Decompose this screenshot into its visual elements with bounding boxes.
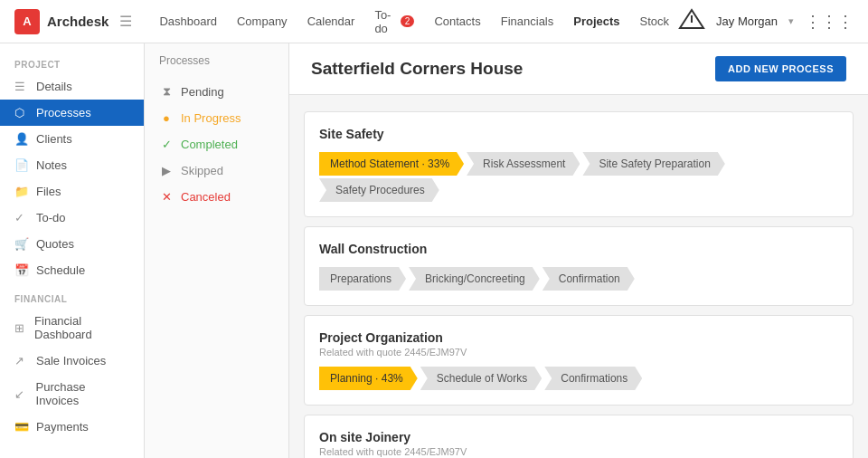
page-title: Satterfield Corners House xyxy=(311,59,523,79)
clients-icon: 👤 xyxy=(14,132,29,146)
nav-links: Dashboard Company Calendar To-do 2 Conta… xyxy=(150,3,678,41)
step-risk-assessment[interactable]: Risk Assessment xyxy=(467,152,580,176)
todo-badge: 2 xyxy=(401,15,415,27)
nav-link-projects[interactable]: Projects xyxy=(564,9,628,33)
step-planning[interactable]: Planning · 43% xyxy=(319,367,418,390)
sale-invoices-icon: ↗ xyxy=(14,354,29,367)
sidebar-item-clients[interactable]: 👤 Clients xyxy=(0,126,144,152)
section-title-site-safety: Site Safety xyxy=(319,127,838,141)
step-bricking[interactable]: Bricking/Concreeting xyxy=(409,267,540,291)
quotes-icon: 🛒 xyxy=(14,237,29,251)
sidebar-item-processes[interactable]: ⬡ Processes xyxy=(0,100,144,126)
skipped-icon: ▶ xyxy=(159,164,174,177)
step-safety-procedures[interactable]: Safety Procedures xyxy=(319,178,439,202)
sidebar-item-sale-invoices[interactable]: ↗ Sale Invoices xyxy=(0,348,144,374)
nav-link-contacts[interactable]: Contacts xyxy=(425,9,489,33)
app-name: Archdesk xyxy=(47,14,108,29)
section-onsite-joinery: On site Joinery Related with quote 2445/… xyxy=(304,415,854,458)
notes-icon: 📄 xyxy=(14,158,29,172)
sidebar-item-details[interactable]: ☰ Details xyxy=(0,73,144,100)
section-title-project-org: Project Organization xyxy=(319,330,838,345)
content-area: Satterfield Corners House ADD NEW PROCES… xyxy=(289,43,868,458)
filter-pending[interactable]: ⧗ Pending xyxy=(145,78,288,105)
pending-icon: ⧗ xyxy=(159,84,174,99)
nav-link-stock[interactable]: Stock xyxy=(631,9,679,33)
sidebar-item-financial-dashboard[interactable]: ⊞ Financial Dashboard xyxy=(0,308,144,348)
section-quote-project-org: Related with quote 2445/EJM97V xyxy=(319,347,838,358)
nav-link-calendar[interactable]: Calendar xyxy=(298,9,364,33)
sidebar-item-schedule[interactable]: 📅 Schedule xyxy=(0,257,144,283)
steps-row-wall-construction: Preparations Bricking/Concreeting Confir… xyxy=(319,267,838,291)
todo-icon: ✓ xyxy=(14,211,29,224)
section-quote-joinery: Related with quote 2445/EJM97V xyxy=(319,446,838,457)
nav-right: Jay Morgan ▾ ⋮⋮⋮ xyxy=(678,8,854,35)
step-wall-confirmation[interactable]: Confirmation xyxy=(542,267,635,291)
add-new-process-button[interactable]: ADD NEW PROCESS xyxy=(715,56,846,81)
financial-section-label: FINANCIAL xyxy=(0,283,144,308)
top-nav: A Archdesk ☰ Dashboard Company Calendar … xyxy=(0,0,868,43)
sidebar-item-quotes[interactable]: 🛒 Quotes xyxy=(0,231,144,257)
content-header: Satterfield Corners House ADD NEW PROCES… xyxy=(289,43,868,95)
brand-logo-icon xyxy=(678,8,705,35)
completed-icon: ✓ xyxy=(159,138,174,151)
nav-link-dashboard[interactable]: Dashboard xyxy=(150,9,226,33)
filter-canceled[interactable]: ✕ Canceled xyxy=(145,184,288,210)
sidebar-item-notes[interactable]: 📄 Notes xyxy=(0,152,144,178)
processes-panel-title: Processes xyxy=(145,54,288,78)
nav-link-todo[interactable]: To-do 2 xyxy=(365,3,423,41)
step-site-safety-preparation[interactable]: Site Safety Preparation xyxy=(582,152,724,176)
content-scroll: Site Safety Method Statement · 33% Risk … xyxy=(289,95,868,458)
sidebar: PROJECT ☰ Details ⬡ Processes 👤 Clients … xyxy=(0,43,145,458)
sidebar-item-files[interactable]: 📁 Files xyxy=(0,178,144,205)
project-section-label: PROJECT xyxy=(0,54,144,73)
inprogress-icon: ● xyxy=(159,111,174,125)
step-schedule-of-works[interactable]: Schedule of Works xyxy=(420,367,542,390)
sidebar-item-purchase-invoices[interactable]: ↙ Purchase Invoices xyxy=(0,374,144,414)
nav-link-financials[interactable]: Financials xyxy=(492,9,563,33)
main-layout: PROJECT ☰ Details ⬡ Processes 👤 Clients … xyxy=(0,43,868,458)
files-icon: 📁 xyxy=(14,185,29,198)
section-title-joinery: On site Joinery xyxy=(319,430,838,444)
step-preparations[interactable]: Preparations xyxy=(319,267,406,291)
processes-icon: ⬡ xyxy=(14,106,29,119)
payments-icon: 💳 xyxy=(14,420,29,434)
filter-completed[interactable]: ✓ Completed xyxy=(145,131,288,157)
purchase-invoices-icon: ↙ xyxy=(14,387,29,401)
processes-panel: Processes ⧗ Pending ● In Progress ✓ Comp… xyxy=(145,43,289,458)
step-method-statement[interactable]: Method Statement · 33% xyxy=(319,152,464,176)
section-wall-construction: Wall Construction Preparations Bricking/… xyxy=(304,226,854,306)
sidebar-item-payments[interactable]: 💳 Payments xyxy=(0,414,144,440)
schedule-icon: 📅 xyxy=(14,263,29,277)
canceled-icon: ✕ xyxy=(159,190,174,204)
filter-inprogress[interactable]: ● In Progress xyxy=(145,105,288,131)
user-name[interactable]: Jay Morgan xyxy=(716,14,778,28)
section-site-safety: Site Safety Method Statement · 33% Risk … xyxy=(304,111,854,217)
section-project-organization: Project Organization Related with quote … xyxy=(304,315,854,406)
menu-dots-icon[interactable]: ⋮⋮⋮ xyxy=(805,12,854,32)
logo-box: A xyxy=(14,9,40,34)
logo-area: A Archdesk ☰ xyxy=(14,9,132,34)
hamburger-icon[interactable]: ☰ xyxy=(119,13,132,30)
steps-row-site-safety: Method Statement · 33% Risk Assessment S… xyxy=(319,152,838,202)
section-title-wall-construction: Wall Construction xyxy=(319,242,838,256)
steps-row-project-org: Planning · 43% Schedule of Works Confirm… xyxy=(319,367,838,390)
financial-dashboard-icon: ⊞ xyxy=(14,321,27,335)
step-confirmations[interactable]: Confirmations xyxy=(544,367,642,390)
nav-link-company[interactable]: Company xyxy=(228,9,297,33)
details-icon: ☰ xyxy=(14,80,29,93)
user-chevron-icon: ▾ xyxy=(788,15,794,27)
sidebar-item-todo[interactable]: ✓ To-do xyxy=(0,205,144,231)
filter-skipped[interactable]: ▶ Skipped xyxy=(145,157,288,184)
